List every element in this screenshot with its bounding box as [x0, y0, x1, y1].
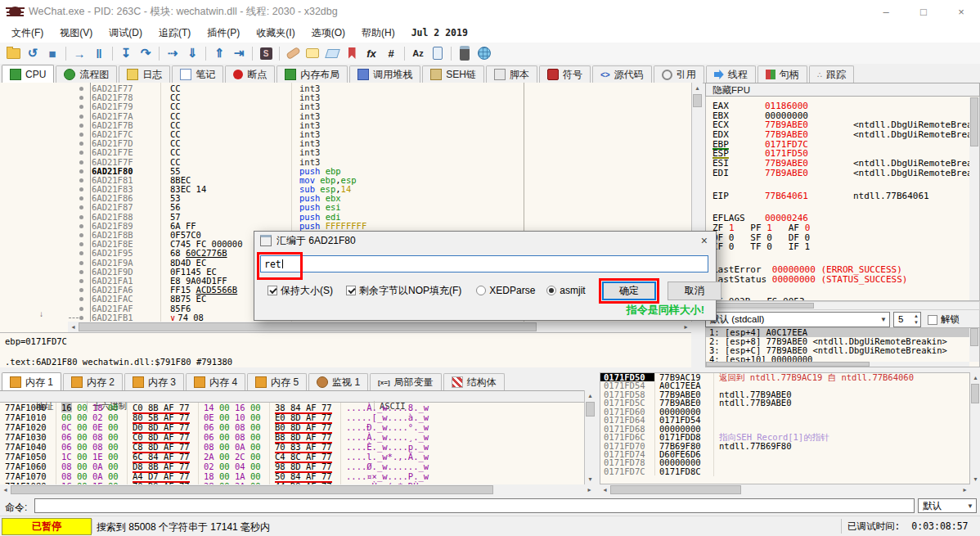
step-out-icon[interactable]: ⇓ [183, 44, 201, 62]
memory-bytes-group[interactable]: 06 00 08 00 [198, 432, 269, 442]
memory-dump-panel[interactable]: 地址十六进制ASCII 77AF100016 00 18 00C0 8B AF … [0, 390, 595, 485]
memory-bytes-group[interactable]: B0 8D AF 77 [269, 422, 340, 432]
memory-bytes-group[interactable]: 06 00 08 00 [56, 442, 127, 452]
tab-graph[interactable]: 流程图 [56, 65, 117, 83]
strings-icon[interactable]: Az [409, 44, 427, 62]
register-row[interactable]: EDI77B9ABE0<ntdll.DbgUiRemoteBreakin> [713, 169, 979, 178]
tab-references[interactable]: 引用 [654, 65, 704, 83]
memory-horizontal-scrollbar[interactable]: ◂▸ [0, 484, 595, 495]
calculator-icon[interactable] [456, 44, 474, 62]
tab-source[interactable]: <>源代码 [592, 65, 652, 83]
memory-vertical-scrollbar[interactable]: ▴▾ [584, 390, 596, 484]
labels-icon[interactable] [323, 44, 341, 62]
command-mode-select[interactable]: 默认 ▼ [918, 498, 977, 513]
memory-bytes-group[interactable]: 18 00 1A 00 [198, 471, 269, 481]
close-button[interactable]: × [942, 0, 980, 23]
register-value[interactable]: 77B9ABE0 [765, 130, 853, 140]
args-count-spinner[interactable]: 5 ▲▼ [893, 312, 921, 327]
stack-row[interactable]: 0171FD74D60FE6D6 [600, 450, 969, 458]
stack-value[interactable]: 0171FDD8 [654, 433, 713, 441]
xedparse-radio[interactable]: XEDParse [476, 285, 535, 296]
memory-bytes-group[interactable]: 70 83 AF 77 [269, 442, 340, 452]
register-value[interactable]: 77B64061 [765, 191, 853, 201]
register-value[interactable]: 01186000 [765, 101, 853, 111]
arguments-vertical-scrollbar[interactable] [969, 328, 979, 362]
tab-threads[interactable]: 线程 [706, 65, 756, 83]
register-row[interactable]: EBP0171FD7C [713, 140, 979, 150]
tab-cpu[interactable]: CPU [2, 65, 54, 83]
tab-dump-2[interactable]: 内存 2 [63, 373, 123, 390]
memory-bytes-group[interactable]: 14 00 16 00 [198, 403, 269, 412]
tab-symbols[interactable]: 符号 [539, 65, 591, 83]
stack-vertical-scrollbar[interactable]: ▴▾ [970, 372, 980, 484]
tab-dump-5[interactable]: 内存 5 [247, 373, 307, 390]
stack-row[interactable]: 0171FD640171FD54 [600, 416, 969, 424]
patches-icon[interactable] [284, 44, 302, 62]
registers-vertical-scrollbar[interactable] [969, 97, 979, 300]
register-row[interactable]: CF 0 TF 0 IF 1 [713, 242, 979, 252]
register-row[interactable]: EDX77B9ABE0<ntdll.DbgUiRemoteBreakin> [713, 130, 979, 140]
memory-row[interactable]: 77AF101000 00 02 0080 5B AF 770E 00 10 0… [0, 412, 595, 422]
tab-notes[interactable]: 笔记 [172, 65, 223, 83]
execute-till-return-icon[interactable]: ⇑ [210, 44, 228, 62]
stack-panel[interactable]: 0171FD5077B9AC19返回到 ntdll.77B9AC19 自 ntd… [600, 372, 970, 484]
memory-bytes-group[interactable]: 80 5B AF 77 [127, 412, 198, 422]
memory-bytes-group[interactable]: 02 00 04 00 [198, 462, 269, 471]
memory-bytes-group[interactable]: 6C 84 AF 77 [127, 452, 198, 462]
tab-dump-4[interactable]: 内存 4 [186, 373, 245, 390]
memory-bytes-group[interactable]: 00 00 02 00 [56, 412, 127, 422]
tab-trace[interactable]: ∴跟踪 [809, 65, 854, 83]
tab-struct[interactable]: 结构体 [443, 373, 505, 390]
run-to-user-code-icon[interactable]: ⇥ [230, 44, 248, 62]
memory-bytes-group[interactable]: A4 D7 AF 77 [127, 471, 198, 481]
memory-row[interactable]: 77AF104006 00 08 00C8 8D AF 7708 00 0A 0… [0, 442, 595, 452]
register-row[interactable]: EAX01186000 [713, 101, 979, 111]
calling-convention-select[interactable]: 默认 (stdcall) ▼ [705, 312, 890, 327]
step-into-icon[interactable]: ↧ [117, 44, 135, 62]
tab-handles[interactable]: 句柄 [757, 65, 807, 83]
tab-watch-1[interactable]: 监视 1 [308, 373, 368, 390]
run-icon[interactable]: → [70, 44, 88, 62]
memory-row[interactable]: 77AF103006 00 08 00C0 8D AF 7706 00 08 0… [0, 432, 595, 442]
menu-item-favourites[interactable]: 收藏夹(I) [248, 24, 303, 43]
stop-icon[interactable]: ■ [43, 44, 61, 62]
memory-row[interactable]: 77AF100016 00 18 00C0 8B AF 7714 00 16 0… [0, 403, 595, 412]
stack-row[interactable]: 0171FD7077B69F80ntdll.77B69F80 [600, 442, 969, 450]
pause-icon[interactable]: ‖ [90, 44, 108, 62]
tab-seh-chain[interactable]: SEH链 [422, 65, 484, 83]
memory-row[interactable]: 77AF107008 00 0A 00A4 D7 AF 7718 00 1A 0… [0, 471, 595, 481]
minimize-button[interactable]: – [867, 0, 905, 23]
menu-item-trace[interactable]: 追踪(T) [151, 24, 199, 43]
tab-log[interactable]: 日志 [119, 65, 170, 83]
keep-size-checkbox[interactable]: 保持大小(S) [267, 284, 333, 298]
tab-memory-map[interactable]: 内存布局 [276, 65, 348, 83]
tab-breakpoints[interactable]: 断点 [225, 65, 275, 83]
memory-bytes-group[interactable]: 0C 00 0E 00 [56, 422, 127, 432]
disasm-row[interactable]: 6AD21F7FCCint3 [0, 158, 691, 167]
memory-bytes-group[interactable]: C0 8D AF 77 [127, 432, 198, 442]
memory-bytes-group[interactable]: 16 00 18 00 [56, 403, 127, 412]
memory-bytes-group[interactable]: 0E 00 10 00 [198, 412, 269, 422]
memory-bytes-group[interactable]: 1C 00 1E 00 [56, 452, 127, 462]
cancel-button[interactable]: 取消 [668, 282, 722, 300]
restart-icon[interactable]: ↺ [24, 44, 42, 62]
register-row[interactable]: LastStatus 00000000 (STATUS_SUCCESS) [713, 275, 979, 285]
memory-row[interactable]: 77AF10501C 00 1E 006C 84 AF 772A 00 2C 0… [0, 452, 595, 462]
menu-item-options[interactable]: 选项(O) [303, 24, 353, 43]
stack-value[interactable]: 0171FD8C [654, 467, 713, 475]
website-icon[interactable] [475, 44, 493, 62]
scylla-icon[interactable]: S [257, 44, 275, 62]
report-icon[interactable] [429, 44, 447, 62]
ok-button[interactable]: 确定 [602, 282, 656, 300]
asmjit-radio[interactable]: asmjit [546, 285, 585, 296]
register-value[interactable]: 77B9ABE0 [765, 169, 853, 178]
step-over-icon[interactable]: ↷ [137, 44, 155, 62]
registers-horizontal-scrollbar[interactable] [705, 301, 980, 310]
memory-bytes-group[interactable]: D0 8D AF 77 [127, 422, 198, 432]
hash-icon[interactable]: # [382, 44, 400, 62]
memory-bytes-group[interactable]: 2A 00 2C 00 [198, 452, 269, 462]
menu-item-file[interactable]: 文件(F) [3, 24, 52, 43]
disasm-row[interactable]: 6AD21F8756push esi [0, 203, 691, 212]
stack-address[interactable]: 0171FD7C [600, 467, 654, 475]
functions-icon[interactable]: fx [362, 44, 380, 62]
